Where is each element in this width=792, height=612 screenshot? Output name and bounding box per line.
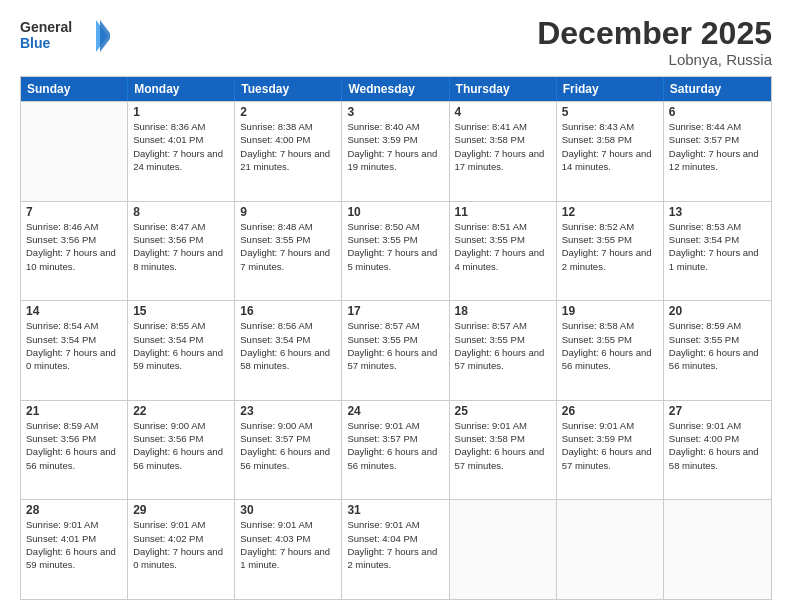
day-number: 11 [455, 205, 551, 219]
day-info: Sunrise: 8:57 AMSunset: 3:55 PMDaylight:… [455, 319, 551, 372]
cal-cell-4-4 [450, 500, 557, 599]
day-info: Sunrise: 8:38 AMSunset: 4:00 PMDaylight:… [240, 120, 336, 173]
day-number: 22 [133, 404, 229, 418]
cal-cell-0-3: 3Sunrise: 8:40 AMSunset: 3:59 PMDaylight… [342, 102, 449, 201]
cal-cell-4-2: 30Sunrise: 9:01 AMSunset: 4:03 PMDayligh… [235, 500, 342, 599]
cal-cell-2-5: 19Sunrise: 8:58 AMSunset: 3:55 PMDayligh… [557, 301, 664, 400]
svg-marker-3 [100, 20, 110, 52]
day-number: 24 [347, 404, 443, 418]
calendar: SundayMondayTuesdayWednesdayThursdayFrid… [20, 76, 772, 600]
day-info: Sunrise: 8:59 AMSunset: 3:55 PMDaylight:… [669, 319, 766, 372]
header-day-thursday: Thursday [450, 77, 557, 101]
cal-week-5: 28Sunrise: 9:01 AMSunset: 4:01 PMDayligh… [21, 499, 771, 599]
day-number: 27 [669, 404, 766, 418]
day-info: Sunrise: 8:59 AMSunset: 3:56 PMDaylight:… [26, 419, 122, 472]
day-number: 9 [240, 205, 336, 219]
cal-cell-1-3: 10Sunrise: 8:50 AMSunset: 3:55 PMDayligh… [342, 202, 449, 301]
cal-cell-2-0: 14Sunrise: 8:54 AMSunset: 3:54 PMDayligh… [21, 301, 128, 400]
day-info: Sunrise: 8:55 AMSunset: 3:54 PMDaylight:… [133, 319, 229, 372]
day-number: 3 [347, 105, 443, 119]
day-number: 29 [133, 503, 229, 517]
cal-cell-1-5: 12Sunrise: 8:52 AMSunset: 3:55 PMDayligh… [557, 202, 664, 301]
day-number: 10 [347, 205, 443, 219]
day-number: 17 [347, 304, 443, 318]
cal-cell-4-1: 29Sunrise: 9:01 AMSunset: 4:02 PMDayligh… [128, 500, 235, 599]
day-number: 12 [562, 205, 658, 219]
day-number: 1 [133, 105, 229, 119]
day-info: Sunrise: 8:50 AMSunset: 3:55 PMDaylight:… [347, 220, 443, 273]
cal-cell-3-1: 22Sunrise: 9:00 AMSunset: 3:56 PMDayligh… [128, 401, 235, 500]
cal-week-2: 7Sunrise: 8:46 AMSunset: 3:56 PMDaylight… [21, 201, 771, 301]
header-day-tuesday: Tuesday [235, 77, 342, 101]
cal-cell-2-6: 20Sunrise: 8:59 AMSunset: 3:55 PMDayligh… [664, 301, 771, 400]
day-info: Sunrise: 8:56 AMSunset: 3:54 PMDaylight:… [240, 319, 336, 372]
logo-svg: General Blue [20, 16, 110, 56]
title-block: December 2025 Lobnya, Russia [537, 16, 772, 68]
cal-cell-1-2: 9Sunrise: 8:48 AMSunset: 3:55 PMDaylight… [235, 202, 342, 301]
calendar-body: 1Sunrise: 8:36 AMSunset: 4:01 PMDaylight… [21, 101, 771, 599]
cal-cell-3-2: 23Sunrise: 9:00 AMSunset: 3:57 PMDayligh… [235, 401, 342, 500]
day-info: Sunrise: 8:52 AMSunset: 3:55 PMDaylight:… [562, 220, 658, 273]
day-number: 13 [669, 205, 766, 219]
header-day-monday: Monday [128, 77, 235, 101]
day-number: 7 [26, 205, 122, 219]
day-number: 8 [133, 205, 229, 219]
day-info: Sunrise: 8:43 AMSunset: 3:58 PMDaylight:… [562, 120, 658, 173]
cal-cell-0-5: 5Sunrise: 8:43 AMSunset: 3:58 PMDaylight… [557, 102, 664, 201]
day-info: Sunrise: 8:36 AMSunset: 4:01 PMDaylight:… [133, 120, 229, 173]
day-number: 31 [347, 503, 443, 517]
day-info: Sunrise: 9:01 AMSunset: 3:59 PMDaylight:… [562, 419, 658, 472]
day-number: 14 [26, 304, 122, 318]
day-info: Sunrise: 9:00 AMSunset: 3:56 PMDaylight:… [133, 419, 229, 472]
day-info: Sunrise: 9:01 AMSunset: 4:00 PMDaylight:… [669, 419, 766, 472]
day-info: Sunrise: 8:44 AMSunset: 3:57 PMDaylight:… [669, 120, 766, 173]
cal-week-3: 14Sunrise: 8:54 AMSunset: 3:54 PMDayligh… [21, 300, 771, 400]
cal-cell-2-1: 15Sunrise: 8:55 AMSunset: 3:54 PMDayligh… [128, 301, 235, 400]
location: Lobnya, Russia [537, 51, 772, 68]
cal-cell-3-5: 26Sunrise: 9:01 AMSunset: 3:59 PMDayligh… [557, 401, 664, 500]
page: General Blue December 2025 Lobnya, Russi… [0, 0, 792, 612]
day-info: Sunrise: 8:41 AMSunset: 3:58 PMDaylight:… [455, 120, 551, 173]
cal-cell-3-4: 25Sunrise: 9:01 AMSunset: 3:58 PMDayligh… [450, 401, 557, 500]
day-number: 18 [455, 304, 551, 318]
cal-cell-4-5 [557, 500, 664, 599]
day-number: 2 [240, 105, 336, 119]
cal-cell-4-3: 31Sunrise: 9:01 AMSunset: 4:04 PMDayligh… [342, 500, 449, 599]
day-number: 19 [562, 304, 658, 318]
day-info: Sunrise: 9:01 AMSunset: 4:01 PMDaylight:… [26, 518, 122, 571]
header-day-friday: Friday [557, 77, 664, 101]
day-info: Sunrise: 9:01 AMSunset: 4:04 PMDaylight:… [347, 518, 443, 571]
day-info: Sunrise: 8:51 AMSunset: 3:55 PMDaylight:… [455, 220, 551, 273]
day-number: 21 [26, 404, 122, 418]
day-info: Sunrise: 9:01 AMSunset: 4:02 PMDaylight:… [133, 518, 229, 571]
cal-cell-1-4: 11Sunrise: 8:51 AMSunset: 3:55 PMDayligh… [450, 202, 557, 301]
day-number: 4 [455, 105, 551, 119]
header-day-saturday: Saturday [664, 77, 771, 101]
day-info: Sunrise: 9:01 AMSunset: 3:58 PMDaylight:… [455, 419, 551, 472]
cal-cell-2-2: 16Sunrise: 8:56 AMSunset: 3:54 PMDayligh… [235, 301, 342, 400]
cal-cell-0-1: 1Sunrise: 8:36 AMSunset: 4:01 PMDaylight… [128, 102, 235, 201]
cal-cell-3-3: 24Sunrise: 9:01 AMSunset: 3:57 PMDayligh… [342, 401, 449, 500]
cal-cell-0-4: 4Sunrise: 8:41 AMSunset: 3:58 PMDaylight… [450, 102, 557, 201]
day-info: Sunrise: 8:40 AMSunset: 3:59 PMDaylight:… [347, 120, 443, 173]
day-info: Sunrise: 8:58 AMSunset: 3:55 PMDaylight:… [562, 319, 658, 372]
header-day-wednesday: Wednesday [342, 77, 449, 101]
day-info: Sunrise: 8:53 AMSunset: 3:54 PMDaylight:… [669, 220, 766, 273]
day-number: 15 [133, 304, 229, 318]
cal-week-1: 1Sunrise: 8:36 AMSunset: 4:01 PMDaylight… [21, 101, 771, 201]
day-number: 23 [240, 404, 336, 418]
day-info: Sunrise: 8:54 AMSunset: 3:54 PMDaylight:… [26, 319, 122, 372]
day-info: Sunrise: 9:01 AMSunset: 3:57 PMDaylight:… [347, 419, 443, 472]
day-info: Sunrise: 8:47 AMSunset: 3:56 PMDaylight:… [133, 220, 229, 273]
cal-week-4: 21Sunrise: 8:59 AMSunset: 3:56 PMDayligh… [21, 400, 771, 500]
header-day-sunday: Sunday [21, 77, 128, 101]
cal-cell-2-3: 17Sunrise: 8:57 AMSunset: 3:55 PMDayligh… [342, 301, 449, 400]
cal-cell-3-6: 27Sunrise: 9:01 AMSunset: 4:00 PMDayligh… [664, 401, 771, 500]
day-info: Sunrise: 9:01 AMSunset: 4:03 PMDaylight:… [240, 518, 336, 571]
calendar-header-row: SundayMondayTuesdayWednesdayThursdayFrid… [21, 77, 771, 101]
cal-cell-1-6: 13Sunrise: 8:53 AMSunset: 3:54 PMDayligh… [664, 202, 771, 301]
cal-cell-0-0 [21, 102, 128, 201]
logo: General Blue [20, 16, 110, 56]
day-info: Sunrise: 8:57 AMSunset: 3:55 PMDaylight:… [347, 319, 443, 372]
header: General Blue December 2025 Lobnya, Russi… [20, 16, 772, 68]
